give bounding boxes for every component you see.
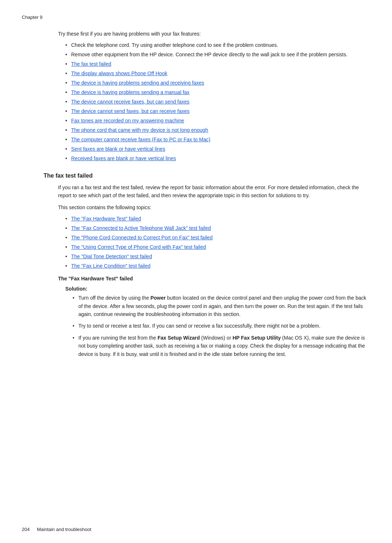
topics-list: The "Fax Hardware Test" failed The "Fax … xyxy=(65,215,370,270)
topics-intro-text: This section contains the following topi… xyxy=(58,203,370,211)
solution-bullets-list: Turn off the device by using the Power b… xyxy=(73,294,370,358)
list-item: Remove other equipment from the HP devic… xyxy=(65,51,370,58)
manual-fax-link[interactable]: The device is having problems sending a … xyxy=(71,89,189,95)
topic-fax-line[interactable]: The "Fax Line Condition" test failed xyxy=(65,262,370,270)
sending-receiving-link[interactable]: The device is having problems sending an… xyxy=(71,80,204,86)
correct-type-link[interactable]: The "Using Correct Type of Phone Cord wi… xyxy=(71,244,206,250)
list-item-fax-test-failed[interactable]: The fax test failed xyxy=(65,60,370,68)
sent-blank-link[interactable]: Sent faxes are blank or have vertical li… xyxy=(71,146,165,152)
list-item-computer-receive[interactable]: The computer cannot receive faxes (Fax t… xyxy=(65,136,370,143)
list-item-phone-cord-short[interactable]: The phone cord that came with my device … xyxy=(65,126,370,134)
solution-bullet-wizard: If you are running the test from the Fax… xyxy=(73,334,370,358)
list-item-received-blank[interactable]: Received faxes are blank or have vertica… xyxy=(65,155,370,162)
section-heading-fax-test: The fax test failed xyxy=(44,173,370,179)
page-number: 204 xyxy=(22,527,30,532)
topic-wall-jack[interactable]: The "Fax Connected to Active Telephone W… xyxy=(65,224,370,232)
wall-jack-link[interactable]: The "Fax Connected to Active Telephone W… xyxy=(71,225,211,231)
intro-text: Try these first if you are having proble… xyxy=(58,30,370,38)
solution-bullet-power: Turn off the device by using the Power b… xyxy=(73,294,370,318)
list-item-fax-tones[interactable]: Fax tones are recorded on my answering m… xyxy=(65,117,370,125)
dial-tone-link[interactable]: The "Dial Tone Detection" test failed xyxy=(71,254,152,259)
list-item-phone-off-hook[interactable]: The display always shows Phone Off Hook xyxy=(65,70,370,77)
fax-line-link[interactable]: The "Fax Line Condition" test failed xyxy=(71,263,151,269)
phone-off-hook-link[interactable]: The display always shows Phone Off Hook xyxy=(71,70,167,76)
topic-correct-type[interactable]: The "Using Correct Type of Phone Cord wi… xyxy=(65,243,370,251)
list-item-sent-blank[interactable]: Sent faxes are blank or have vertical li… xyxy=(65,145,370,153)
solution-bullet-test-fax: Try to send or receive a test fax. If yo… xyxy=(73,322,370,330)
fax-test-failed-link[interactable]: The fax test failed xyxy=(71,61,111,67)
list-item-manual-fax[interactable]: The device is having problems sending a … xyxy=(65,89,370,96)
received-blank-link[interactable]: Received faxes are blank or have vertica… xyxy=(71,155,176,161)
phone-cord-port-link[interactable]: The "Phone Cord Connected to Correct Por… xyxy=(71,235,213,240)
hardware-test-link[interactable]: The "Fax Hardware Test" failed xyxy=(71,216,141,222)
subsection-hardware-heading: The "Fax Hardware Test" failed xyxy=(58,276,370,281)
fax-tones-link[interactable]: Fax tones are recorded on my answering m… xyxy=(71,118,184,123)
list-item: Check the telephone cord. Try using anot… xyxy=(65,41,370,49)
list-item-cannot-send[interactable]: The device cannot send faxes, but can re… xyxy=(65,108,370,115)
chapter-label: Chapter 9 xyxy=(22,15,370,20)
phone-cord-short-link[interactable]: The phone cord that came with my device … xyxy=(71,127,208,133)
cannot-send-link[interactable]: The device cannot send faxes, but can re… xyxy=(71,108,189,114)
page-footer: 204 Maintain and troubleshoot xyxy=(22,527,370,532)
topic-hardware-test[interactable]: The "Fax Hardware Test" failed xyxy=(65,215,370,223)
section-intro-text: If you ran a fax test and the test faile… xyxy=(58,183,370,200)
list-item-cannot-receive[interactable]: The device cannot receive faxes, but can… xyxy=(65,98,370,106)
solution-heading: Solution: xyxy=(65,286,370,292)
list-item-sending-receiving[interactable]: The device is having problems sending an… xyxy=(65,79,370,87)
topic-dial-tone[interactable]: The "Dial Tone Detection" test failed xyxy=(65,253,370,260)
cannot-receive-link[interactable]: The device cannot receive faxes, but can… xyxy=(71,99,189,105)
footer-text: Maintain and troubleshoot xyxy=(37,527,91,532)
computer-receive-link[interactable]: The computer cannot receive faxes (Fax t… xyxy=(71,137,211,142)
topic-phone-cord-port[interactable]: The "Phone Cord Connected to Correct Por… xyxy=(65,234,370,242)
top-bullet-list: Check the telephone cord. Try using anot… xyxy=(65,41,370,162)
